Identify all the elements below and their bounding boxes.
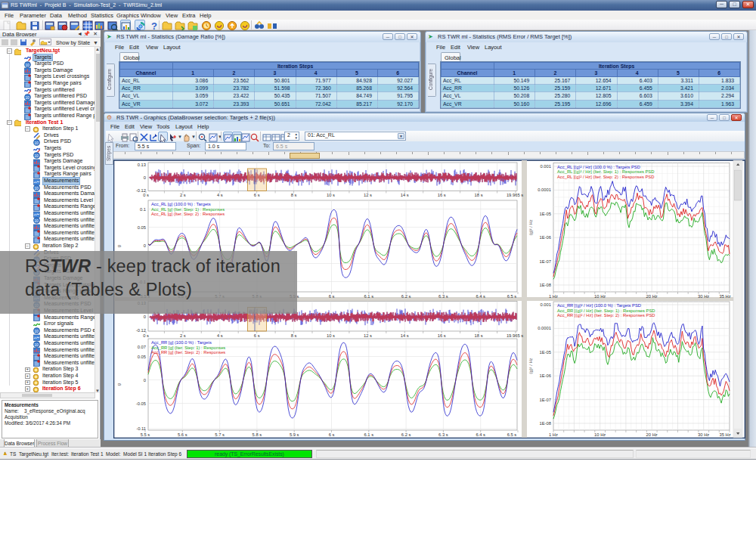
svg-text:0: 0 (144, 378, 146, 383)
svg-text:Acc_RL [g] (Iter. Step: 1) : R: Acc_RL [g] (Iter. Step: 1) : Responses (151, 207, 225, 212)
svg-text:1E-07: 1E-07 (540, 259, 551, 264)
svg-text:10: 10 (34, 140, 39, 144)
svg-text:6 s: 6 s (254, 333, 260, 338)
svg-text:0 s: 0 s (143, 193, 149, 197)
svg-text:1E-08: 1E-08 (540, 421, 551, 426)
svg-text:18 s: 18 s (475, 193, 483, 197)
svg-text:Acc_RR [g] (Iter. Step: 1) : R: Acc_RR [g] (Iter. Step: 1) : Responses (151, 345, 225, 350)
svg-text:8 s: 8 s (291, 333, 297, 338)
svg-text:10: 10 (34, 186, 39, 191)
svg-text:18 s: 18 s (475, 333, 483, 338)
svg-text:6 s: 6 s (329, 432, 335, 437)
svg-text:0.1: 0.1 (140, 207, 146, 212)
svg-text:-0.11: -0.11 (136, 426, 146, 431)
svg-text:0.07: 0.07 (138, 345, 146, 349)
svg-text:10 Hz: 10 Hz (594, 294, 606, 299)
svg-text:Acc_RR [(g)² / Hz] (Iter. Step: Acc_RR [(g)² / Hz] (Iter. Step: 2) : Res… (557, 313, 655, 318)
svg-text:14 s: 14 s (401, 193, 409, 197)
svg-text:-0.05: -0.05 (136, 401, 146, 406)
svg-text:(g)² / Hz: (g)² / Hz (528, 358, 533, 373)
svg-text:16 s: 16 s (438, 193, 446, 197)
svg-text:6.5 s: 6.5 s (507, 432, 517, 437)
svg-text:10: 10 (25, 94, 29, 99)
svg-text:Acc_RR [(g)² / Hz] (Iter. Step: Acc_RR [(g)² / Hz] (Iter. Step: 1) : Res… (557, 308, 655, 313)
svg-text:10 s: 10 s (327, 193, 335, 197)
svg-text:35 Hz: 35 Hz (719, 294, 730, 299)
svg-text:0.0001: 0.0001 (538, 326, 551, 330)
svg-text:5.7 s: 5.7 s (215, 432, 225, 437)
svg-text:5.8 s: 5.8 s (253, 432, 262, 437)
svg-text:6 s: 6 s (254, 193, 260, 197)
svg-text:1E-06: 1E-06 (540, 235, 551, 240)
svg-text:12 s: 12 s (364, 193, 372, 197)
svg-text:-0.12: -0.12 (136, 328, 146, 333)
svg-text:0: 0 (144, 243, 146, 248)
svg-text:(g)² / Hz: (g)² / Hz (528, 219, 533, 235)
svg-text:1E-06: 1E-06 (540, 373, 551, 378)
svg-text:10: 10 (34, 342, 39, 346)
svg-text:20 Hz: 20 Hz (646, 294, 658, 299)
svg-text:5.6 s: 5.6 s (178, 432, 187, 437)
svg-text:Acc_RR [g] (Iter. Step: 2) : R: Acc_RR [g] (Iter. Step: 2) : Responses (151, 350, 225, 355)
svg-text:19.965 s: 19.965 s (507, 333, 523, 338)
svg-text:6.2 s: 6.2 s (401, 294, 411, 299)
svg-text:g: g (116, 383, 121, 386)
svg-text:1E-07: 1E-07 (540, 398, 551, 402)
svg-text:Acc_RL [(g)² / Hz] (Iter. Step: Acc_RL [(g)² / Hz] (Iter. Step: 2) : Res… (557, 175, 654, 179)
svg-text:14 s: 14 s (401, 333, 409, 338)
svg-text:6.3 s: 6.3 s (438, 294, 448, 299)
svg-text:0.05: 0.05 (138, 355, 146, 359)
svg-text:Acc_RR [g] (100.0 %) : Targets: Acc_RR [g] (100.0 %) : Targets (151, 340, 212, 345)
svg-text:19.965 s: 19.965 s (507, 193, 523, 197)
svg-text:10: 10 (34, 153, 39, 158)
svg-text:2 s: 2 s (180, 193, 186, 197)
svg-text:12 s: 12 s (364, 333, 372, 338)
svg-text:6.2 s: 6.2 s (401, 432, 411, 437)
svg-text:0: 0 (144, 314, 146, 319)
svg-text:Acc_RL [(g)² / Hz] (Iter. Step: Acc_RL [(g)² / Hz] (Iter. Step: 1) : Res… (557, 169, 654, 174)
svg-text:5.5 s: 5.5 s (141, 432, 150, 437)
svg-text:0.13: 0.13 (138, 163, 146, 167)
svg-text:6 s: 6 s (329, 294, 335, 299)
svg-text:0.0001: 0.0001 (538, 187, 551, 192)
svg-text:10 s: 10 s (327, 333, 335, 338)
svg-text:4 s: 4 s (217, 193, 223, 197)
svg-text:1E-05: 1E-05 (540, 350, 551, 355)
svg-text:8 s: 8 s (291, 193, 297, 197)
svg-text:Acc_RR [(g)² / Hz] (100.0 %) :: Acc_RR [(g)² / Hz] (100.0 %) : Targets P… (557, 303, 641, 308)
svg-text:10 Hz: 10 Hz (594, 432, 606, 437)
svg-text:1 Hz: 1 Hz (549, 432, 558, 437)
svg-text:2 s: 2 s (180, 333, 186, 338)
svg-text:Acc_RL [g] (100.0 %) : Targets: Acc_RL [g] (100.0 %) : Targets (151, 202, 211, 206)
svg-text:?: ? (151, 20, 157, 31)
svg-text:20 Hz: 20 Hz (646, 432, 658, 437)
svg-text:0.05: 0.05 (138, 225, 146, 230)
svg-text:1 Hz: 1 Hz (549, 294, 558, 299)
svg-text:1E-08: 1E-08 (540, 283, 551, 287)
svg-text:0.001: 0.001 (540, 164, 551, 169)
svg-text:g: g (116, 245, 121, 247)
svg-text:6.4 s: 6.4 s (476, 432, 485, 437)
svg-text:10: 10 (25, 62, 29, 67)
svg-text:6.1 s: 6.1 s (364, 432, 374, 437)
svg-text:1E-05: 1E-05 (540, 212, 551, 216)
svg-text:0: 0 (144, 175, 146, 180)
svg-text:6.4 s: 6.4 s (476, 294, 485, 299)
svg-text:10: 10 (34, 218, 39, 223)
svg-text:Acc_RL [g] (Iter. Step: 2) : R: Acc_RL [g] (Iter. Step: 2) : Responses (151, 212, 225, 216)
svg-text:0 s: 0 s (143, 333, 149, 338)
svg-text:6.1 s: 6.1 s (364, 294, 374, 299)
svg-text:6.5 s: 6.5 s (507, 294, 517, 299)
svg-text:30 Hz: 30 Hz (698, 294, 709, 299)
svg-text:30 Hz: 30 Hz (698, 432, 709, 437)
svg-text:35 Hz: 35 Hz (719, 432, 730, 437)
svg-text:Acc_RL [(g)² / Hz] (100.0 %) :: Acc_RL [(g)² / Hz] (100.0 %) : Targets P… (557, 165, 640, 169)
svg-text:-0.12: -0.12 (136, 188, 146, 193)
svg-text:10: 10 (34, 329, 39, 333)
svg-text:0.001: 0.001 (540, 302, 551, 307)
svg-text:5.9 s: 5.9 s (290, 432, 299, 437)
svg-text:16 s: 16 s (438, 333, 446, 338)
svg-text:6.3 s: 6.3 s (438, 432, 448, 437)
svg-text:4 s: 4 s (217, 333, 223, 338)
